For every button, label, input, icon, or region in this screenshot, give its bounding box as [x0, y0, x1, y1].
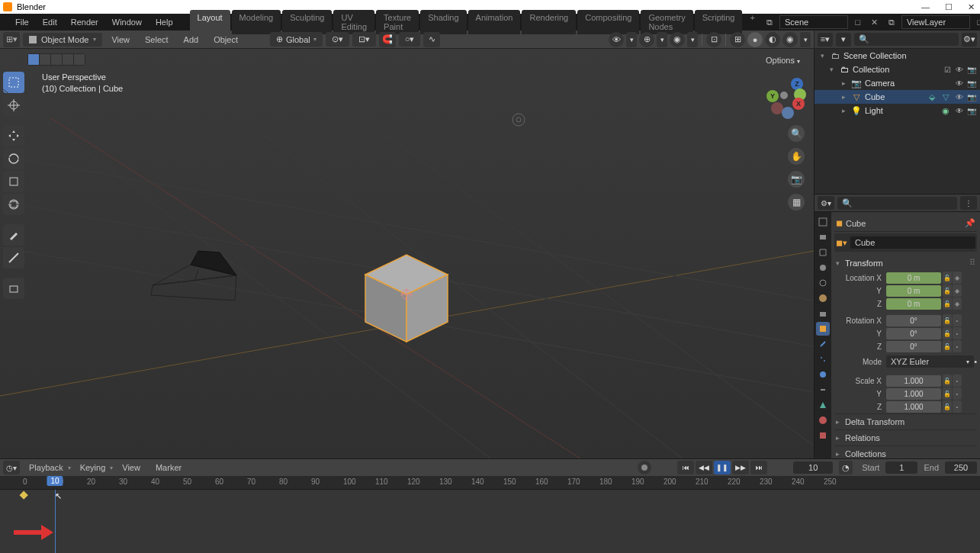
navigation-gizmo[interactable]: Y Z X: [763, 75, 805, 116]
props-tab-world[interactable]: [816, 291, 830, 305]
timeline-menu-playback[interactable]: Playback: [23, 461, 69, 474]
props-tab-collection[interactable]: [816, 307, 830, 320]
jump-to-end-button[interactable]: ⏭: [750, 461, 767, 474]
tool-cursor[interactable]: [3, 95, 24, 116]
tool-select-box[interactable]: [3, 72, 24, 93]
jump-to-start-button[interactable]: ⏮: [677, 461, 694, 474]
viewport-menu-add[interactable]: Add: [178, 33, 205, 47]
menu-file[interactable]: File: [9, 15, 35, 29]
props-tab-modifiers[interactable]: [816, 337, 830, 351]
shading-rendered[interactable]: ◉: [782, 32, 798, 47]
lock-icon[interactable]: 🔓: [943, 387, 952, 400]
lock-icon[interactable]: 🔓: [943, 375, 952, 387]
transform-panel-header[interactable]: ▾ Transform ⠿: [834, 255, 977, 271]
props-tab-texture[interactable]: [816, 429, 830, 442]
props-tab-particles[interactable]: [816, 352, 830, 366]
lock-icon[interactable]: 🔓: [943, 327, 952, 339]
preview-range-toggle[interactable]: ◔: [839, 461, 853, 474]
outliner-item-light[interactable]: ▸ 💡 Light ◉ 👁 📷: [815, 104, 980, 117]
hide-viewport-icon[interactable]: 👁: [954, 64, 965, 75]
proportional-edit[interactable]: ○▾: [399, 32, 421, 47]
scene-name-field[interactable]: Scene: [779, 15, 848, 29]
lock-icon[interactable]: 🔓: [943, 314, 952, 326]
properties-search[interactable]: 🔍: [837, 197, 957, 210]
viewlayer-new-icon[interactable]: □: [973, 15, 980, 29]
tool-annotate[interactable]: [3, 224, 24, 246]
rotation-y-field[interactable]: 0°: [886, 328, 941, 339]
keyframe-dot-icon[interactable]: ◆: [953, 272, 962, 284]
keyframe-dot-icon[interactable]: •: [974, 357, 977, 366]
viewport-menu-select[interactable]: Select: [139, 33, 175, 47]
outliner-search-input[interactable]: [872, 35, 954, 44]
collections-panel[interactable]: ▸Collections: [834, 445, 977, 458]
shading-solid[interactable]: ●: [747, 32, 763, 47]
pause-button[interactable]: ❚❚: [714, 461, 731, 474]
timeline-menu-marker[interactable]: Marker: [149, 461, 188, 474]
menu-edit[interactable]: Edit: [37, 15, 63, 29]
hide-viewport-icon[interactable]: 👁: [954, 78, 965, 88]
timeline-menu-view[interactable]: View: [116, 461, 146, 474]
disclosure-icon[interactable]: ▸: [839, 79, 848, 87]
outliner-editor-type[interactable]: ≡▾: [818, 33, 833, 47]
gizmo-dropdown[interactable]: ▾: [657, 32, 667, 47]
data-name[interactable]: Cube: [850, 236, 975, 249]
orientation-selector[interactable]: ⊕ Global ▾: [270, 32, 323, 47]
props-tab-constraints[interactable]: [816, 383, 830, 397]
keyframe-dot-icon[interactable]: •: [953, 387, 962, 400]
timeline-ruler[interactable]: 0102030405060708090100110120130140150160…: [0, 476, 980, 490]
disable-render-icon[interactable]: 📷: [966, 78, 977, 88]
tool-measure[interactable]: [3, 247, 24, 268]
maximize-button[interactable]: ☐: [943, 2, 955, 12]
props-tab-render[interactable]: [816, 230, 830, 244]
close-button[interactable]: ✕: [966, 2, 977, 12]
lock-icon[interactable]: 🔓: [943, 272, 952, 284]
shading-material[interactable]: ◐: [765, 32, 780, 47]
disable-render-icon[interactable]: 📷: [966, 64, 977, 75]
tab-rendering[interactable]: Rendering: [522, 10, 576, 34]
cube-object[interactable]: [362, 249, 450, 344]
disclosure-icon[interactable]: ▾: [818, 52, 827, 59]
editor-type-selector[interactable]: ⊞▾: [3, 32, 20, 47]
perspective-toggle-button[interactable]: ▦: [788, 194, 805, 211]
select-mode-4[interactable]: [63, 54, 73, 65]
menu-help[interactable]: Help: [149, 15, 179, 29]
lock-icon[interactable]: 🔓: [943, 340, 952, 352]
scale-x-field[interactable]: 1.000: [886, 375, 941, 387]
viewport-options-dropdown[interactable]: Options ▾: [758, 53, 808, 67]
jump-to-next-keyframe-button[interactable]: ▶▶: [732, 461, 749, 474]
mode-selector[interactable]: Object Mode ▾: [23, 33, 102, 47]
properties-panel[interactable]: ◼ Cube 📌 ◼▾ Cube ▾ Transform ⠿ Location …: [831, 212, 980, 458]
rotation-x-field[interactable]: 0°: [886, 315, 941, 326]
outliner-item-cube[interactable]: ▸ ▽ Cube ⬙ ▽ 👁 📷: [815, 90, 980, 104]
overlays-toggle[interactable]: ◉: [670, 32, 685, 47]
pivot-selector[interactable]: ⊙▾: [326, 32, 349, 47]
props-tab-material[interactable]: [816, 413, 830, 427]
scale-y-field[interactable]: 1.000: [886, 388, 941, 400]
disclosure-icon[interactable]: ▸: [839, 107, 848, 114]
scene-browse-icon[interactable]: ⧉: [763, 15, 776, 29]
timeline-track-area[interactable]: ↖: [0, 490, 980, 553]
keyframe-dot-icon[interactable]: •: [953, 314, 962, 326]
keyframe-dot-icon[interactable]: •: [953, 340, 962, 352]
rotation-mode-dropdown[interactable]: XYZ Euler▾: [886, 355, 974, 368]
location-z-field[interactable]: 0 m: [886, 298, 941, 310]
exclude-checkbox[interactable]: ☑: [942, 64, 953, 75]
camera-view-button[interactable]: 📷: [788, 171, 805, 188]
shading-dropdown[interactable]: ▾: [800, 32, 811, 47]
outliner-display-mode[interactable]: ▾: [836, 33, 851, 47]
tool-rotate[interactable]: [3, 148, 24, 169]
properties-options[interactable]: ⋮: [960, 196, 977, 210]
shading-wireframe[interactable]: ⊞: [730, 32, 745, 47]
properties-search-input[interactable]: [856, 198, 953, 207]
disclosure-icon[interactable]: ▾: [827, 66, 836, 73]
keyframe-dot-icon[interactable]: •: [953, 400, 962, 413]
outliner-collection[interactable]: ▾ 🗀 Collection ☑ 👁 📷: [815, 63, 980, 76]
playhead-indicator[interactable]: 10: [47, 476, 63, 486]
outliner-search[interactable]: 🔍: [854, 33, 959, 46]
timeline-menu-keying[interactable]: Keying: [74, 461, 112, 474]
props-tab-viewlayer[interactable]: [816, 261, 830, 275]
current-frame-field[interactable]: 10: [793, 461, 833, 474]
outliner[interactable]: ▾ 🗀 Scene Collection ▾ 🗀 Collection ☑ 👁 …: [815, 49, 980, 194]
tool-add-cube[interactable]: [3, 278, 24, 299]
keyframe-marker[interactable]: [20, 491, 28, 500]
